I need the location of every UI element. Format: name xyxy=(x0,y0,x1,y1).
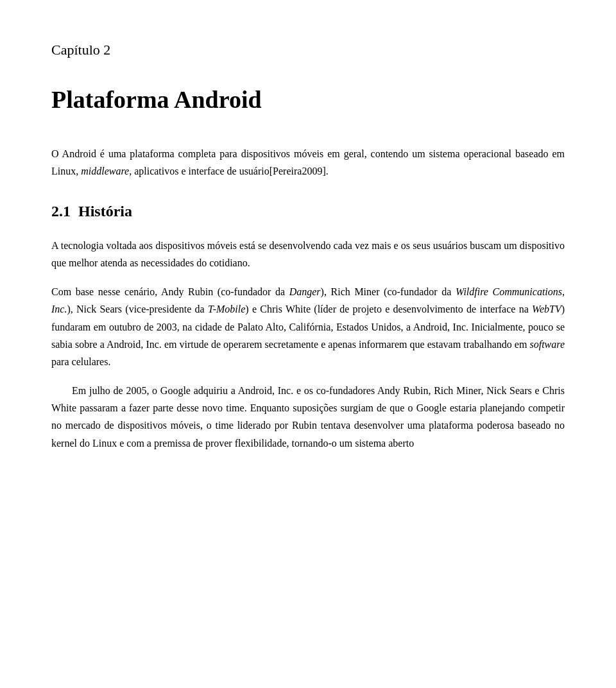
section-21-paragraph-2: Com base nesse cenário, Andy Rubin (co-f… xyxy=(51,283,565,370)
section-21-paragraph-1: A tecnologia voltada aos dispositivos mó… xyxy=(51,237,565,271)
intro-paragraph: O Android é uma plataforma completa para… xyxy=(51,145,565,180)
section-number: 2.1 xyxy=(51,203,71,219)
chapter-label: Capítulo 2 xyxy=(51,39,565,61)
chapter-title: Plataforma Android xyxy=(51,80,565,119)
section-21-heading: 2.1História xyxy=(51,199,565,223)
section-title: História xyxy=(78,203,132,219)
section-21-paragraph-3: Em julho de 2005, o Google adquiriu a An… xyxy=(51,382,565,452)
